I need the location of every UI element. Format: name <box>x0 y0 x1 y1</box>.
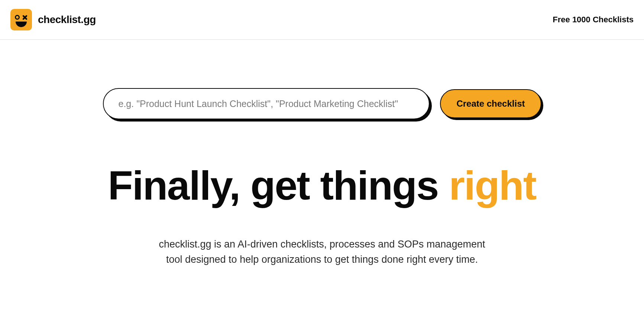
hero-subtext: checklist.gg is an AI-driven checklists,… <box>151 237 493 268</box>
brand-name: checklist.gg <box>38 14 96 26</box>
logo-icon <box>10 9 32 30</box>
free-checklists-link[interactable]: Free 1000 Checklists <box>553 15 634 25</box>
create-checklist-button[interactable]: Create checklist <box>440 89 541 118</box>
brand[interactable]: checklist.gg <box>10 9 96 30</box>
headline-main: Finally, get things <box>108 162 449 208</box>
search-row: Create checklist <box>103 88 541 119</box>
header: checklist.gg Free 1000 Checklists <box>0 0 644 40</box>
hero-headline: Finally, get things right <box>103 164 541 207</box>
headline-accent: right <box>449 162 536 208</box>
checklist-search-input[interactable] <box>103 88 430 119</box>
hero-section: Create checklist Finally, get things rig… <box>88 40 556 290</box>
